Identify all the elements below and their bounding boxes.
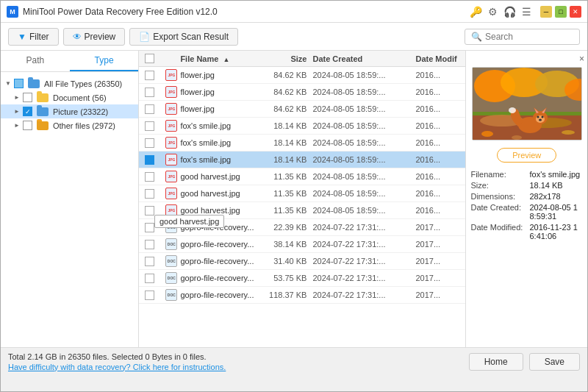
row-checkbox[interactable] [145, 223, 154, 232]
header-check[interactable] [145, 54, 165, 63]
status-bar: Total 2.14 GB in 26350 files. Selected 0… [1, 347, 587, 375]
file-modified: 2016... [415, 121, 459, 130]
row-checkbox[interactable] [145, 257, 154, 266]
file-created: 2024-08-05 18:59:... [312, 206, 415, 215]
table-row[interactable]: JPG fox's smile.jpg 18.14 KB 2024-08-05 … [139, 118, 465, 135]
key-icon[interactable]: 🔑 [470, 6, 482, 18]
table-row[interactable]: JPG good harvest.jpg 11.35 KB 2024-08-05… [139, 202, 465, 219]
table-row[interactable]: JPG flower.jpg 84.62 KB 2024-08-05 18:59… [139, 84, 465, 101]
svg-point-19 [509, 107, 516, 113]
row-checkbox[interactable] [145, 88, 154, 97]
row-checkbox[interactable] [145, 138, 154, 148]
file-created: 2024-08-05 18:59:... [312, 104, 415, 113]
file-size: 53.75 KB [254, 274, 312, 282]
file-created: 2024-08-05 18:59:... [312, 155, 415, 164]
close-panel-button[interactable]: × [579, 54, 584, 64]
tree-item-other[interactable]: ► Other files (2972) [1, 118, 138, 132]
close-button[interactable]: ✕ [570, 6, 581, 18]
checkbox-document[interactable] [23, 93, 32, 102]
header-filename[interactable]: File Name ▲ [180, 54, 254, 63]
row-checkbox[interactable] [145, 240, 154, 249]
row-checkbox[interactable] [145, 291, 154, 300]
app-title: MiniTool Power Data Recovery Free Editio… [23, 7, 218, 17]
headset-icon[interactable]: 🎧 [503, 6, 516, 18]
table-row[interactable]: DOC gopro-file-recovery... 53.75 KB 2024… [139, 270, 465, 287]
table-row[interactable]: JPG fox's smile.jpg 18.14 KB 2024-08-05 … [139, 135, 465, 152]
file-name: gopro-file-recovery... [180, 274, 254, 282]
checkbox-other[interactable] [23, 121, 32, 130]
filter-button[interactable]: ▼ Filter [8, 28, 59, 46]
table-row[interactable]: JPG good harvest.jpg 11.35 KB 2024-08-05… [139, 168, 465, 185]
home-button[interactable]: Home [469, 353, 523, 371]
folder-icon-all [28, 79, 40, 88]
tab-path[interactable]: Path [1, 51, 70, 71]
file-name: gopro-file-recovery... [180, 223, 254, 232]
preview-image-button[interactable]: Preview [497, 148, 556, 163]
label-document: Document (56) [53, 93, 107, 102]
file-type-icon: DOC [165, 221, 177, 233]
row-checkbox[interactable] [145, 172, 154, 182]
checkbox-picture[interactable]: ✓ [23, 107, 32, 116]
header-size[interactable]: Size [254, 54, 312, 63]
file-list: File Name ▲ Size Date Created Date Modif… [139, 51, 465, 347]
preview-button[interactable]: 👁 Preview [63, 28, 126, 46]
table-row[interactable]: JPG good harvest.jpg 11.35 KB 2024-08-05… [139, 185, 465, 202]
table-row[interactable]: JPG flower.jpg 84.62 KB 2024-08-05 18:59… [139, 67, 465, 84]
row-checkbox[interactable] [145, 206, 154, 215]
file-size: 22.39 KB [254, 223, 312, 232]
header-modified[interactable]: Date Modif [415, 54, 459, 63]
preview-icon: 👁 [73, 32, 82, 42]
minimize-button[interactable]: ─ [540, 6, 552, 18]
header-created[interactable]: Date Created [312, 54, 415, 63]
file-created: 2024-07-22 17:31:... [312, 257, 415, 266]
arrow-picture: ► [12, 107, 21, 116]
tree-item-all[interactable]: ▼ All File Types (26350) [1, 76, 138, 90]
file-modified: 2017... [415, 257, 459, 266]
title-bar-left: M MiniTool Power Data Recovery Free Edit… [7, 6, 218, 18]
panel-tabs: Path Type [1, 51, 138, 72]
help-link[interactable]: Have difficulty with data recovery? Clic… [8, 363, 226, 371]
checkbox-all[interactable] [14, 79, 24, 88]
svg-point-16 [537, 116, 539, 118]
table-row[interactable]: DOC gopro-file-recovery... 31.40 KB 2024… [139, 253, 465, 270]
tree-item-picture[interactable]: ► ✓ Picture (23322) [1, 104, 138, 118]
row-checkbox[interactable] [145, 189, 154, 199]
file-list-header: File Name ▲ Size Date Created Date Modif [139, 51, 465, 67]
info-size-row: Size: 18.14 KB [470, 181, 583, 190]
search-icon: 🔍 [471, 32, 482, 42]
file-size: 11.35 KB [254, 172, 312, 181]
file-name: fox's smile.jpg [180, 121, 254, 130]
table-row[interactable]: DOC gopro-file-recovery... 38.14 KB 2024… [139, 236, 465, 253]
row-checkbox[interactable] [145, 71, 154, 80]
window-controls: 🔑 ⚙ 🎧 ☰ ─ □ ✕ [470, 6, 581, 18]
file-size: 11.35 KB [254, 206, 312, 215]
preview-info: Filename: fox's smile.jpg Size: 18.14 KB… [470, 170, 583, 243]
maximize-button[interactable]: □ [555, 6, 567, 18]
svg-point-21 [562, 130, 575, 135]
file-size: 18.14 KB [254, 121, 312, 130]
app-logo: M [7, 6, 18, 18]
menu-icon[interactable]: ☰ [522, 6, 531, 18]
row-checkbox[interactable] [145, 104, 154, 114]
info-dimensions-label: Dimensions: [470, 192, 529, 201]
row-checkbox[interactable] [145, 274, 154, 283]
table-row[interactable]: DOC gopro-file-recovery... 118.37 KB 202… [139, 287, 465, 304]
settings-icon[interactable]: ⚙ [488, 6, 498, 18]
file-rows: JPG flower.jpg 84.62 KB 2024-08-05 18:59… [139, 67, 465, 347]
preview-image [472, 67, 582, 140]
table-row[interactable]: JPG flower.jpg 84.62 KB 2024-08-05 18:59… [139, 101, 465, 118]
table-row[interactable]: DOC gopro-file-recovery... 22.39 KB 2024… [139, 219, 465, 236]
table-row-selected[interactable]: JPG fox's smile.jpg 18.14 KB 2024-08-05 … [139, 152, 465, 168]
export-button[interactable]: 📄 Export Scan Result [129, 28, 238, 46]
row-checkbox[interactable] [145, 155, 154, 165]
file-size: 11.35 KB [254, 189, 312, 198]
info-date-modified-label: Date Modified: [470, 223, 529, 240]
arrow-other: ► [12, 121, 21, 130]
tab-type[interactable]: Type [70, 51, 139, 71]
tree-item-document[interactable]: ► Document (56) [1, 90, 138, 104]
status-summary: Total 2.14 GB in 26350 files. Selected 0… [8, 352, 226, 361]
info-size-value: 18.14 KB [529, 181, 583, 190]
row-checkbox[interactable] [145, 121, 154, 131]
save-button[interactable]: Save [529, 353, 580, 371]
search-input[interactable] [485, 32, 573, 42]
